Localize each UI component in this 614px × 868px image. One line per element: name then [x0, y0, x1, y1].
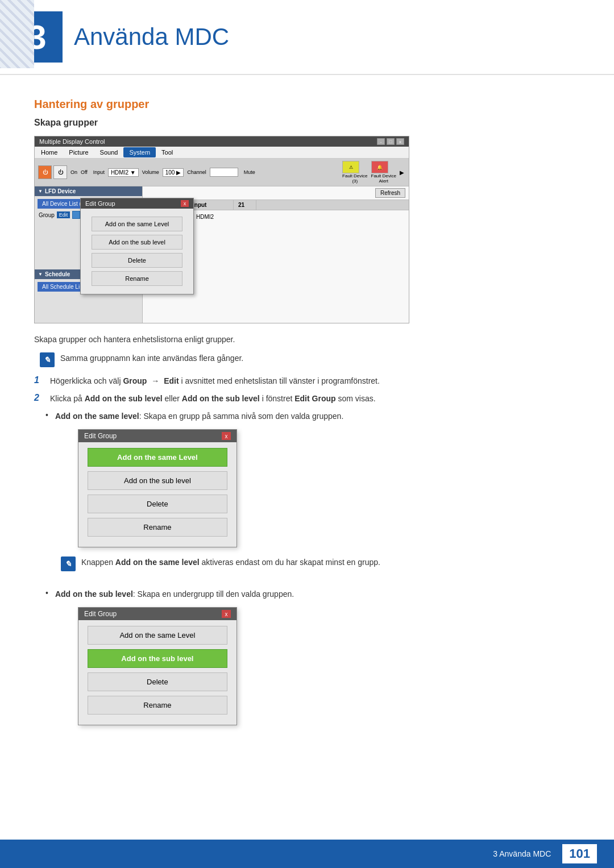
chapter-title: Använda MDC [74, 23, 229, 51]
col-input: Input [188, 200, 234, 210]
dialog-body: Add on the same Level Add on the sub lev… [81, 209, 193, 294]
eg-btn-same-level-1[interactable]: Add on the same Level [88, 448, 227, 467]
col-num21: 21 [234, 200, 256, 210]
step-2: 2 Klicka på Add on the sub level eller A… [34, 393, 580, 405]
eg-btn-sub-level-1[interactable]: Add on the sub level [88, 471, 227, 490]
note-box-2: ✎ Knappen Add on the same level aktivera… [55, 556, 380, 571]
page-header: 3 Använda MDC [0, 0, 614, 75]
eg-titlebar-2: Edit Group x [78, 608, 237, 620]
dialog-close-btn[interactable]: x [181, 200, 189, 207]
mdc-menubar: Home Picture Sound System Tool [35, 147, 409, 159]
mdc-titlebar: Multiple Display Control - □ x [35, 136, 409, 147]
dialog-title: Edit Group [85, 200, 115, 207]
volume-label: Volume [142, 169, 159, 175]
mdc-window-screenshot: Multiple Display Control - □ x Home Pict… [34, 136, 409, 323]
bullet-sub-level: • Add on the sub level: Skapa en undergr… [34, 588, 580, 734]
power-off-btn[interactable]: ⏻ [53, 165, 67, 179]
edit-btn[interactable]: Edit [57, 211, 70, 218]
main-content: Hantering av grupper Skapa grupper Multi… [0, 92, 614, 778]
input-select[interactable]: HDMI2 ▼ [108, 168, 139, 177]
cell-hdmi2: HDMI2 [196, 214, 242, 220]
lfd-section-header: ▼ LFD Device [35, 186, 142, 196]
bullet-same-level-text: Add on the same level: Skapa en grupp på… [55, 410, 380, 422]
menu-home[interactable]: Home [35, 147, 63, 157]
edit-group-dialog-1: Edit Group x Add on the same Level Add o… [78, 429, 237, 547]
mdc-titlebar-buttons: - □ x [377, 138, 404, 145]
footer-page: 101 [562, 844, 597, 863]
section-heading: Hantering av grupper [34, 98, 580, 111]
menu-picture[interactable]: Picture [63, 147, 94, 157]
step-1-number: 1 [34, 375, 43, 387]
bullet-sub-level-content: Add on the sub level: Skapa en undergrup… [55, 588, 294, 734]
maximize-btn[interactable]: □ [387, 138, 395, 145]
step-1: 1 Högerklicka och välj Group → Edit i av… [34, 375, 580, 387]
note-box-1: ✎ Samma gruppnamn kan inte användas fler… [34, 352, 580, 367]
description-text: Skapa grupper och hantera enhetslistorna… [34, 334, 580, 346]
channel-label: Channel [187, 169, 206, 175]
note-text-1: Samma gruppnamn kan inte användas flera … [60, 352, 243, 364]
add-icon[interactable] [72, 211, 80, 219]
on-label: On [70, 169, 77, 175]
bullet-sub-level-text: Add on the sub level: Skapa en undergrup… [55, 588, 294, 600]
eg-btn-delete-1[interactable]: Delete [88, 495, 227, 513]
eg-btn-delete-2[interactable]: Delete [88, 672, 227, 691]
minimize-btn[interactable]: - [377, 138, 385, 145]
dialog-btn-delete[interactable]: Delete [92, 253, 182, 268]
eg-btn-rename-2[interactable]: Rename [88, 696, 227, 715]
schedule-label: Schedule [45, 271, 70, 277]
edit-group-dialog-2: Edit Group x Add on the same Level Add o… [78, 607, 237, 725]
eg-btn-same-level-2[interactable]: Add on the same Level [88, 626, 227, 645]
eg-close-2[interactable]: x [222, 610, 231, 618]
group-label: Group [39, 212, 55, 218]
note-icon-2: ✎ [61, 556, 76, 571]
footer-text: 3 Använda MDC [493, 849, 551, 858]
bullet-same-level: • Add on the same level: Skapa en grupp … [34, 410, 580, 579]
close-btn[interactable]: x [396, 138, 404, 145]
dialog-btn-sub-level[interactable]: Add on the sub level [92, 235, 182, 250]
lfd-label: LFD Device [45, 188, 76, 194]
fault-device-power: ⚠ Fault Device(3) [342, 161, 367, 184]
step-1-text: Högerklicka och välj Group → Edit i avsn… [50, 375, 380, 387]
sub-heading: Skapa grupper [34, 118, 580, 128]
mdc-edit-group-dialog: Edit Group x Add on the same Level Add o… [80, 198, 194, 294]
scroll-right: ▶ [400, 169, 405, 176]
eg-btn-sub-level-2[interactable]: Add on the sub level [88, 649, 227, 668]
eg-title-2: Edit Group [84, 610, 117, 618]
channel-input[interactable] [210, 168, 238, 177]
mdc-body: ▼ LFD Device All Device List (All) Group… [35, 186, 409, 323]
mdc-title: Multiple Display Control [39, 138, 105, 145]
stripe-decoration [0, 0, 34, 68]
volume-select[interactable]: 100 ▶ [163, 168, 184, 177]
step-2-number: 2 [34, 393, 43, 405]
mdc-toolbar: ⏻ ⏻ On Off Input HDMI2 ▼ Volume 100 ▶ Ch… [35, 159, 409, 186]
dialog-titlebar: Edit Group x [81, 198, 193, 209]
bullet-same-level-content: Add on the same level: Skapa en grupp på… [55, 410, 380, 579]
eg-title-1: Edit Group [84, 432, 117, 440]
power-on-btn[interactable]: ⏻ [38, 165, 52, 179]
eg-body-1: Add on the same Level Add on the sub lev… [78, 442, 237, 547]
menu-sound[interactable]: Sound [94, 147, 124, 157]
page-footer: 3 Använda MDC 101 [0, 840, 614, 868]
mute-label: Mute [244, 169, 255, 175]
menu-tool[interactable]: Tool [156, 147, 179, 157]
step-2-text: Klicka på Add on the sub level eller Add… [50, 393, 376, 405]
note-text-2: Knappen Add on the same level aktiveras … [81, 556, 380, 568]
refresh-btn[interactable]: Refresh [375, 188, 405, 198]
off-label: Off [81, 169, 88, 175]
dialog-btn-rename[interactable]: Rename [92, 271, 182, 286]
note-icon-1: ✎ [40, 352, 55, 367]
dialog-btn-same-level[interactable]: Add on the same Level [92, 217, 182, 231]
eg-body-2: Add on the same Level Add on the sub lev… [78, 620, 237, 725]
fault-device-alert: 🔔 Fault DeviceAlert [371, 161, 396, 184]
eg-titlebar-1: Edit Group x [78, 430, 237, 442]
input-label: Input [93, 169, 105, 175]
eg-close-1[interactable]: x [222, 432, 231, 440]
menu-system[interactable]: System [123, 147, 156, 157]
eg-btn-rename-1[interactable]: Rename [88, 518, 227, 537]
